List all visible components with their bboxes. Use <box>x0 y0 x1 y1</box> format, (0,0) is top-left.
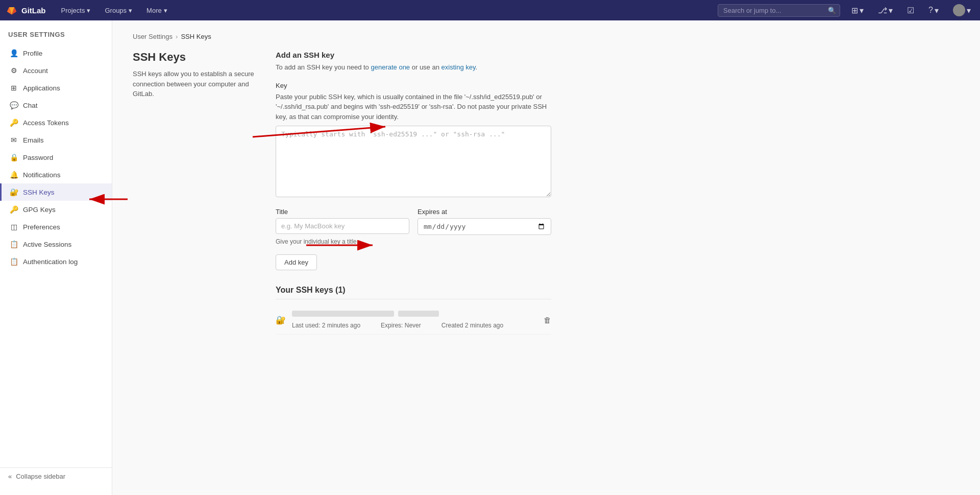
sidebar-item-access-tokens[interactable]: 🔑 Access Tokens <box>0 114 112 131</box>
expires-col: Expires at <box>418 208 551 235</box>
add-section-title: Add an SSH key <box>276 51 551 59</box>
gitlab-logo[interactable]: GitLab <box>6 5 46 16</box>
bell-icon: 🔔 <box>10 171 18 179</box>
search-wrapper: 🔍 <box>718 4 840 17</box>
sidebar-item-applications[interactable]: ⊞ Applications <box>0 79 112 97</box>
gitlab-name: GitLab <box>21 6 46 15</box>
sidebar-title: User Settings <box>0 31 112 44</box>
add-key-button[interactable]: Add key <box>276 254 317 270</box>
key-created: Created 2 minutes ago <box>442 322 503 329</box>
gpg-icon: 🔑 <box>10 205 18 214</box>
nav-groups[interactable]: Groups ▾ <box>102 5 135 16</box>
title-label: Title <box>276 208 409 216</box>
your-ssh-keys-section: Your SSH keys (1) 🔐 Last used: 2 minutes… <box>276 286 551 335</box>
search-input[interactable] <box>718 4 840 17</box>
gitlab-logo-icon <box>6 5 17 16</box>
sidebar-item-chat[interactable]: 💬 Chat <box>0 97 112 114</box>
sidebar-item-label: Access Tokens <box>23 119 69 127</box>
page-body: SSH Keys SSH keys allow you to establish… <box>133 51 960 335</box>
expires-input[interactable] <box>418 218 551 235</box>
existing-key-link[interactable]: existing key <box>442 63 476 71</box>
chevron-down-icon: ▾ <box>935 6 939 15</box>
sidebar-item-profile[interactable]: 👤 Profile <box>0 44 112 62</box>
your-keys-title: Your SSH keys (1) <box>276 286 551 299</box>
sidebar-item-emails[interactable]: ✉ Emails <box>0 131 112 149</box>
sidebar-item-password[interactable]: 🔒 Password <box>0 149 112 166</box>
delete-key-button[interactable]: 🗑 <box>544 316 551 324</box>
chevron-down-icon: ▾ <box>87 7 90 14</box>
sidebar-item-label: Preferences <box>23 223 60 231</box>
key-description: Paste your public SSH key, which is usua… <box>276 92 551 122</box>
page-title: SSH Keys <box>133 51 255 64</box>
chevron-down-icon: ▾ <box>164 7 167 14</box>
key-meta: Last used: 2 minutes ago Expires: Never … <box>292 322 537 329</box>
add-ssh-key-section: Add an SSH key To add an SSH key you nee… <box>276 51 551 73</box>
password-icon: 🔒 <box>10 153 18 161</box>
sidebar-item-account[interactable]: ⚙ Account <box>0 62 112 79</box>
key-fingerprint-bar <box>398 311 439 317</box>
todos-button[interactable]: ☑ <box>904 4 917 17</box>
chat-icon: 💬 <box>10 101 18 109</box>
title-expires-row: Title Expires at <box>276 208 551 235</box>
plus-square-icon: ⊞ <box>851 6 858 15</box>
sidebar-item-label: SSH Keys <box>23 188 55 196</box>
chevron-down-icon: ▾ <box>967 6 971 15</box>
breadcrumb-parent-link[interactable]: User Settings <box>133 33 173 40</box>
sidebar-item-label: Authentication log <box>23 258 78 266</box>
add-section-desc: To add an SSH key you need to generate o… <box>276 62 551 73</box>
user-avatar-button[interactable]: ▾ <box>950 2 974 18</box>
generate-key-link[interactable]: generate one <box>371 63 410 71</box>
ssh-key-row: 🔐 Last used: 2 minutes ago Expires: Neve… <box>276 305 551 335</box>
log-icon: 📋 <box>10 257 18 266</box>
key-form-group: Key Paste your public SSH key, which is … <box>276 82 551 199</box>
title-input[interactable] <box>276 218 409 234</box>
sidebar-item-label: Account <box>23 67 48 75</box>
sidebar-item-auth-log[interactable]: 📋 Authentication log <box>0 253 112 270</box>
token-icon: 🔑 <box>10 119 18 127</box>
key-row-icon: 🔐 <box>276 315 286 325</box>
sidebar: User Settings 👤 Profile ⚙ Account ⊞ Appl… <box>0 20 112 495</box>
page-layout: User Settings 👤 Profile ⚙ Account ⊞ Appl… <box>0 20 980 495</box>
account-icon: ⚙ <box>10 66 18 75</box>
merge-requests-button[interactable]: ⎇ ▾ <box>875 4 896 17</box>
key-name-bar <box>292 311 394 317</box>
chevron-down-icon: ▾ <box>860 6 864 15</box>
sidebar-item-gpg-keys[interactable]: 🔑 GPG Keys <box>0 201 112 218</box>
create-new-button[interactable]: ⊞ ▾ <box>848 4 867 17</box>
help-button[interactable]: ? ▾ <box>925 4 942 17</box>
key-expires: Expires: Never <box>381 322 421 329</box>
title-col: Title <box>276 208 409 235</box>
key-label: Key <box>276 82 551 89</box>
sidebar-item-label: Applications <box>23 84 60 92</box>
email-icon: ✉ <box>10 136 18 144</box>
page-right: Add an SSH key To add an SSH key you nee… <box>276 51 551 335</box>
ssh-icon: 🔐 <box>10 188 18 196</box>
chevron-down-icon: ▾ <box>129 7 132 14</box>
todo-icon: ☑ <box>907 6 914 15</box>
key-textarea[interactable] <box>276 126 551 197</box>
sidebar-item-active-sessions[interactable]: 📋 Active Sessions <box>0 235 112 253</box>
sidebar-item-ssh-keys[interactable]: 🔐 SSH Keys <box>0 183 112 201</box>
nav-projects[interactable]: Projects ▾ <box>58 5 94 16</box>
sessions-icon: 📋 <box>10 240 18 248</box>
merge-icon: ⎇ <box>878 6 887 15</box>
sidebar-item-label: Active Sessions <box>23 241 71 248</box>
collapse-sidebar-button[interactable]: « Collapse sidebar <box>0 467 112 485</box>
help-icon: ? <box>928 6 933 15</box>
nav-more[interactable]: More ▾ <box>143 5 170 16</box>
breadcrumb: User Settings › SSH Keys <box>133 33 960 40</box>
title-hint: Give your individual key a title. <box>276 238 551 245</box>
sidebar-item-notifications[interactable]: 🔔 Notifications <box>0 166 112 183</box>
sidebar-item-label: GPG Keys <box>23 206 56 214</box>
sidebar-item-label: Profile <box>23 50 42 57</box>
breadcrumb-current: SSH Keys <box>181 33 211 40</box>
search-icon: 🔍 <box>828 7 836 14</box>
main-content: User Settings › SSH Keys SSH Keys SSH ke… <box>112 20 980 495</box>
top-nav: GitLab Projects ▾ Groups ▾ More ▾ 🔍 ⊞ ▾ … <box>0 0 980 20</box>
sidebar-item-preferences[interactable]: ◫ Preferences <box>0 218 112 235</box>
applications-icon: ⊞ <box>10 84 18 92</box>
sidebar-item-label: Password <box>23 154 53 161</box>
collapse-icon: « <box>8 473 12 480</box>
sidebar-item-label: Emails <box>23 136 44 144</box>
sidebar-item-label: Chat <box>23 102 38 109</box>
